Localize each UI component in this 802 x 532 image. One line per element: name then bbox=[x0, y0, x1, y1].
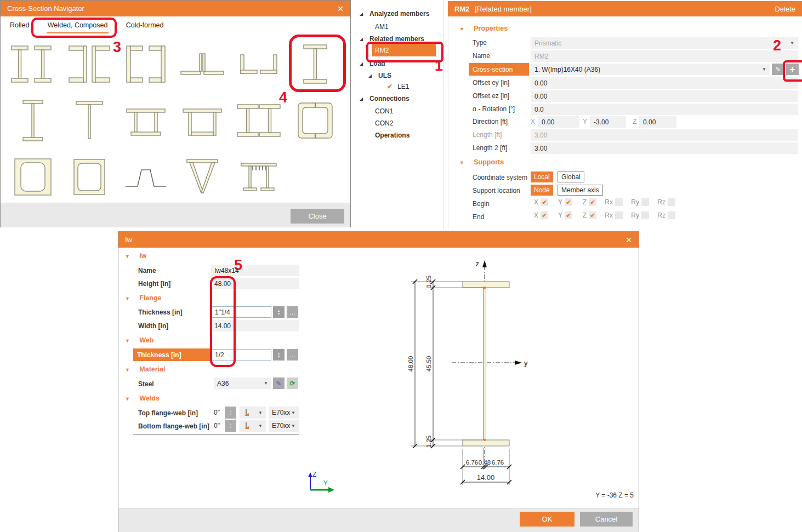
web-section-header[interactable]: ▼ Web bbox=[125, 336, 153, 344]
weld-bottom-type-dropdown[interactable]: ▼ bbox=[240, 420, 266, 432]
material-section-header[interactable]: ▼ Material bbox=[125, 365, 166, 373]
tab-welded-composed[interactable]: Welded, Composed bbox=[47, 18, 109, 33]
tree-item-analyzed-members[interactable]: ◢ Analyzed members bbox=[360, 9, 442, 18]
ok-button[interactable]: OK bbox=[520, 512, 575, 527]
tree-item-con1[interactable]: CON1 bbox=[375, 107, 441, 116]
section-icon-double-rolled-I[interactable] bbox=[230, 92, 287, 148]
web-thickness-stepper[interactable]: ▲ ▼ bbox=[273, 349, 285, 361]
flange-thickness-more-button[interactable]: ... bbox=[287, 306, 298, 318]
checked-icon[interactable]: ✔ bbox=[387, 83, 393, 90]
end-rx-checkbox[interactable] bbox=[615, 211, 623, 219]
tree-item-load[interactable]: ◢ Load bbox=[360, 59, 442, 68]
tree-item-rm2[interactable]: RM2 bbox=[372, 44, 436, 56]
name-field[interactable]: RM2 bbox=[531, 50, 798, 62]
expander-icon[interactable]: ◢ bbox=[360, 96, 369, 101]
flange-thickness-stepper[interactable]: ▲ ▼ bbox=[273, 306, 285, 318]
offset-ey-field[interactable]: 0.00 bbox=[531, 77, 798, 89]
type-field[interactable]: Prismatic ▼ bbox=[531, 37, 798, 49]
web-thickness-more-button[interactable]: ... bbox=[287, 349, 298, 361]
weld-top-electrode-dropdown[interactable]: E70xx ▼ bbox=[269, 407, 299, 419]
tree-item-connections[interactable]: ◢ Connections bbox=[360, 94, 442, 103]
tree-item-le1[interactable]: ✔ LE1 bbox=[387, 82, 442, 91]
section-icon-box-with-lid[interactable] bbox=[174, 92, 230, 148]
support-node-button[interactable]: Node bbox=[531, 185, 553, 196]
expander-icon[interactable]: ◢ bbox=[360, 12, 369, 16]
direction-y-field[interactable]: -3.00 bbox=[590, 116, 626, 128]
spin-down-icon[interactable]: ▼ bbox=[229, 426, 232, 429]
iw-titlebar[interactable]: Iw ✕ bbox=[118, 232, 639, 248]
section-icon-angles-tee[interactable] bbox=[174, 36, 230, 92]
coordinate-global-button[interactable]: Global bbox=[558, 171, 584, 182]
delete-button[interactable]: Delete bbox=[775, 5, 795, 13]
section-icon-welded-box[interactable] bbox=[4, 148, 61, 205]
end-z-checkbox[interactable]: ✔ bbox=[589, 211, 596, 219]
weld-top-value[interactable]: 0" bbox=[214, 409, 220, 416]
iw-close-icon[interactable]: ✕ bbox=[625, 236, 632, 244]
offset-ez-field[interactable]: 0.00 bbox=[531, 90, 798, 102]
begin-z-checkbox[interactable]: ✔ bbox=[589, 198, 596, 206]
section-icon-hat[interactable] bbox=[117, 148, 174, 205]
end-ry-checkbox[interactable] bbox=[641, 211, 649, 219]
direction-x-field[interactable]: 0.00 bbox=[538, 116, 579, 128]
edit-cross-section-button[interactable]: ✎ bbox=[772, 64, 784, 75]
expander-icon[interactable]: ◢ bbox=[368, 73, 378, 78]
section-icon-channels-toes-in[interactable] bbox=[117, 36, 174, 92]
refresh-material-button[interactable]: ⟳ bbox=[287, 377, 298, 389]
section-icon-double-I[interactable] bbox=[4, 36, 61, 92]
section-icon-channels-toes-out[interactable] bbox=[61, 36, 117, 92]
web-thickness-input[interactable]: 1/2 bbox=[211, 349, 271, 361]
edit-material-button[interactable]: ✎ bbox=[273, 377, 285, 389]
tree-item-operations[interactable]: Operations bbox=[375, 131, 441, 140]
section-icon-angles-channel[interactable] bbox=[230, 36, 287, 92]
end-y-checkbox[interactable]: ✔ bbox=[565, 211, 572, 219]
spin-down-icon[interactable]: ▼ bbox=[277, 355, 281, 358]
tab-cold-formed[interactable]: Cold-formed bbox=[125, 18, 165, 32]
section-icon-plate-box[interactable] bbox=[61, 148, 117, 205]
tree-item-related-members[interactable]: ◢ Related members bbox=[360, 35, 442, 43]
weld-bottom-electrode-dropdown[interactable]: E70xx ▼ bbox=[269, 420, 299, 432]
navigator-close-icon[interactable]: ✕ bbox=[337, 4, 344, 13]
spin-down-icon[interactable]: ▼ bbox=[277, 312, 281, 316]
section-icon-tee[interactable] bbox=[61, 92, 117, 148]
weld-top-stepper[interactable]: ▲ ▼ bbox=[225, 407, 236, 419]
begin-ry-checkbox[interactable] bbox=[641, 198, 649, 206]
flange-section-header[interactable]: ▼ Flange bbox=[125, 294, 162, 302]
section-icon-vee[interactable] bbox=[174, 148, 230, 205]
begin-rx-checkbox[interactable] bbox=[615, 198, 623, 206]
supports-section-header[interactable]: ▼ Supports bbox=[459, 158, 504, 166]
iw-section-header[interactable]: ▼ Iw bbox=[125, 252, 146, 260]
properties-section-header[interactable]: ▼ Properties bbox=[459, 25, 508, 32]
end-x-checkbox[interactable]: ✔ bbox=[541, 211, 548, 219]
weld-top-type-dropdown[interactable]: ▼ bbox=[240, 407, 266, 419]
support-member-axis-button[interactable]: Member axis bbox=[558, 185, 603, 196]
tree-item-con2[interactable]: CON2 bbox=[375, 119, 441, 128]
begin-x-checkbox[interactable]: ✔ bbox=[541, 198, 548, 206]
expander-icon[interactable]: ◢ bbox=[360, 37, 369, 42]
add-cross-section-button[interactable]: + bbox=[786, 64, 799, 75]
cancel-button[interactable]: Cancel bbox=[580, 512, 633, 527]
tab-rolled[interactable]: Rolled bbox=[9, 18, 30, 32]
weld-bottom-stepper[interactable]: ▲ ▼ bbox=[225, 420, 236, 432]
cross-section-dropdown[interactable]: 1. W(Imp)16X40 (A36) ▼ bbox=[531, 64, 770, 75]
expander-icon[interactable]: ◢ bbox=[360, 61, 369, 66]
section-icon-double-web-plates[interactable] bbox=[117, 92, 174, 148]
steel-dropdown[interactable]: A36 ▼ bbox=[214, 377, 271, 389]
weld-bottom-value[interactable]: 0" bbox=[214, 422, 220, 430]
navigator-titlebar[interactable]: Cross-Section Navigator ✕ bbox=[1, 1, 350, 16]
length2-field[interactable]: 3.00 bbox=[531, 142, 798, 154]
end-rz-checkbox[interactable] bbox=[668, 211, 675, 219]
section-icon-slender-I[interactable] bbox=[4, 92, 61, 148]
iw-height-field[interactable]: 48.00 bbox=[211, 278, 299, 289]
tree-item-uls[interactable]: ◢ ULS bbox=[368, 71, 440, 80]
flange-thickness-input[interactable]: 1"1/4 bbox=[211, 306, 271, 318]
iw-name-field[interactable]: Iw48x14 bbox=[211, 265, 299, 276]
section-icon-composite-rail[interactable] bbox=[230, 148, 287, 205]
tree-item-am1[interactable]: AM1 bbox=[375, 22, 441, 31]
close-button[interactable]: Close bbox=[291, 209, 344, 224]
flange-width-field[interactable]: 14.00 bbox=[211, 320, 299, 331]
coordinate-local-button[interactable]: Local bbox=[531, 171, 553, 182]
spin-down-icon[interactable]: ▼ bbox=[229, 413, 232, 416]
welds-section-header[interactable]: ▼ Welds bbox=[125, 394, 160, 402]
begin-rz-checkbox[interactable] bbox=[668, 198, 675, 206]
rotation-field[interactable]: 0.0 bbox=[531, 104, 798, 115]
